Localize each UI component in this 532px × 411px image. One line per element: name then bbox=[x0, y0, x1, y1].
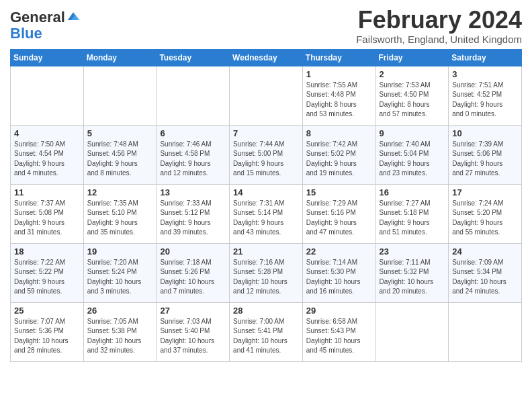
day-number: 4 bbox=[14, 128, 80, 138]
day-info: Sunrise: 7:51 AM Sunset: 4:52 PM Dayligh… bbox=[452, 81, 518, 120]
day-number: 20 bbox=[160, 246, 226, 257]
day-info: Sunrise: 7:20 AM Sunset: 5:24 PM Dayligh… bbox=[87, 258, 153, 297]
calendar-cell bbox=[11, 66, 84, 125]
day-header-thursday: Thursday bbox=[302, 49, 375, 66]
calendar-cell: 6Sunrise: 7:46 AM Sunset: 4:58 PM Daylig… bbox=[157, 125, 230, 184]
day-number: 16 bbox=[380, 187, 445, 197]
day-info: Sunrise: 7:18 AM Sunset: 5:26 PM Dayligh… bbox=[160, 258, 226, 297]
day-header-tuesday: Tuesday bbox=[157, 49, 230, 66]
calendar-cell: 15Sunrise: 7:29 AM Sunset: 5:16 PM Dayli… bbox=[302, 184, 375, 243]
calendar-cell bbox=[375, 302, 449, 361]
day-info: Sunrise: 7:35 AM Sunset: 5:10 PM Dayligh… bbox=[87, 199, 153, 238]
day-number: 22 bbox=[306, 246, 372, 257]
day-number: 8 bbox=[306, 128, 372, 138]
day-number: 28 bbox=[233, 306, 299, 316]
calendar-cell bbox=[449, 302, 522, 361]
calendar-cell: 17Sunrise: 7:24 AM Sunset: 5:20 PM Dayli… bbox=[449, 184, 522, 243]
day-header-sunday: Sunday bbox=[11, 49, 84, 66]
day-number: 15 bbox=[306, 187, 372, 197]
calendar-cell: 23Sunrise: 7:11 AM Sunset: 5:32 PM Dayli… bbox=[375, 243, 449, 302]
day-number: 27 bbox=[160, 306, 226, 316]
logo: General Blue bbox=[10, 9, 80, 42]
week-row-4: 18Sunrise: 7:22 AM Sunset: 5:22 PM Dayli… bbox=[11, 243, 522, 302]
day-info: Sunrise: 7:55 AM Sunset: 4:48 PM Dayligh… bbox=[306, 81, 372, 120]
day-number: 1 bbox=[306, 69, 372, 79]
calendar-cell: 19Sunrise: 7:20 AM Sunset: 5:24 PM Dayli… bbox=[83, 243, 157, 302]
day-info: Sunrise: 7:07 AM Sunset: 5:36 PM Dayligh… bbox=[14, 317, 80, 356]
day-info: Sunrise: 7:09 AM Sunset: 5:34 PM Dayligh… bbox=[452, 258, 518, 297]
calendar-cell: 21Sunrise: 7:16 AM Sunset: 5:28 PM Dayli… bbox=[230, 243, 303, 302]
week-row-5: 25Sunrise: 7:07 AM Sunset: 5:36 PM Dayli… bbox=[11, 302, 522, 361]
day-number: 14 bbox=[233, 187, 299, 197]
calendar-header-row: SundayMondayTuesdayWednesdayThursdayFrid… bbox=[11, 49, 522, 66]
day-info: Sunrise: 7:48 AM Sunset: 4:56 PM Dayligh… bbox=[87, 140, 153, 179]
month-title: February 2024 bbox=[356, 7, 522, 34]
calendar-table: SundayMondayTuesdayWednesdayThursdayFrid… bbox=[10, 49, 522, 362]
day-info: Sunrise: 7:42 AM Sunset: 5:02 PM Dayligh… bbox=[306, 140, 372, 179]
calendar-cell: 4Sunrise: 7:50 AM Sunset: 4:54 PM Daylig… bbox=[11, 125, 84, 184]
header: General Blue February 2024 Failsworth, E… bbox=[10, 7, 522, 45]
calendar-body: 1Sunrise: 7:55 AM Sunset: 4:48 PM Daylig… bbox=[11, 66, 522, 361]
day-info: Sunrise: 7:16 AM Sunset: 5:28 PM Dayligh… bbox=[233, 258, 299, 297]
day-number: 19 bbox=[87, 246, 153, 257]
calendar-cell: 12Sunrise: 7:35 AM Sunset: 5:10 PM Dayli… bbox=[83, 184, 157, 243]
calendar-cell: 18Sunrise: 7:22 AM Sunset: 5:22 PM Dayli… bbox=[11, 243, 84, 302]
day-number: 7 bbox=[233, 128, 299, 138]
day-number: 6 bbox=[160, 128, 226, 138]
calendar-cell: 9Sunrise: 7:40 AM Sunset: 5:04 PM Daylig… bbox=[375, 125, 449, 184]
day-header-monday: Monday bbox=[83, 49, 157, 66]
location: Failsworth, England, United Kingdom bbox=[356, 34, 522, 45]
day-number: 21 bbox=[233, 246, 299, 257]
day-info: Sunrise: 7:00 AM Sunset: 5:41 PM Dayligh… bbox=[233, 317, 299, 356]
logo-text-line1: General bbox=[10, 9, 65, 26]
calendar-cell: 16Sunrise: 7:27 AM Sunset: 5:18 PM Dayli… bbox=[375, 184, 449, 243]
day-info: Sunrise: 6:58 AM Sunset: 5:43 PM Dayligh… bbox=[306, 317, 372, 356]
day-info: Sunrise: 7:33 AM Sunset: 5:12 PM Dayligh… bbox=[160, 199, 226, 238]
calendar-cell bbox=[83, 66, 157, 125]
calendar-cell: 7Sunrise: 7:44 AM Sunset: 5:00 PM Daylig… bbox=[230, 125, 303, 184]
day-number: 3 bbox=[452, 69, 518, 79]
day-number: 13 bbox=[160, 187, 226, 197]
day-info: Sunrise: 7:50 AM Sunset: 4:54 PM Dayligh… bbox=[14, 140, 80, 179]
day-number: 23 bbox=[380, 246, 445, 257]
calendar-cell: 10Sunrise: 7:39 AM Sunset: 5:06 PM Dayli… bbox=[449, 125, 522, 184]
day-info: Sunrise: 7:24 AM Sunset: 5:20 PM Dayligh… bbox=[452, 199, 518, 238]
day-number: 18 bbox=[14, 246, 80, 257]
day-info: Sunrise: 7:29 AM Sunset: 5:16 PM Dayligh… bbox=[306, 199, 372, 238]
title-area: February 2024 Failsworth, England, Unite… bbox=[356, 7, 522, 45]
calendar-cell: 28Sunrise: 7:00 AM Sunset: 5:41 PM Dayli… bbox=[230, 302, 303, 361]
day-number: 24 bbox=[452, 246, 518, 257]
week-row-2: 4Sunrise: 7:50 AM Sunset: 4:54 PM Daylig… bbox=[11, 125, 522, 184]
day-info: Sunrise: 7:22 AM Sunset: 5:22 PM Dayligh… bbox=[14, 258, 80, 297]
day-info: Sunrise: 7:53 AM Sunset: 4:50 PM Dayligh… bbox=[380, 81, 445, 120]
calendar-cell: 27Sunrise: 7:03 AM Sunset: 5:40 PM Dayli… bbox=[157, 302, 230, 361]
calendar-cell: 1Sunrise: 7:55 AM Sunset: 4:48 PM Daylig… bbox=[302, 66, 375, 125]
week-row-1: 1Sunrise: 7:55 AM Sunset: 4:48 PM Daylig… bbox=[11, 66, 522, 125]
calendar-cell: 3Sunrise: 7:51 AM Sunset: 4:52 PM Daylig… bbox=[449, 66, 522, 125]
day-number: 26 bbox=[87, 306, 153, 316]
calendar-cell: 8Sunrise: 7:42 AM Sunset: 5:02 PM Daylig… bbox=[302, 125, 375, 184]
calendar-cell: 22Sunrise: 7:14 AM Sunset: 5:30 PM Dayli… bbox=[302, 243, 375, 302]
week-row-3: 11Sunrise: 7:37 AM Sunset: 5:08 PM Dayli… bbox=[11, 184, 522, 243]
day-number: 2 bbox=[380, 69, 445, 79]
logo-icon bbox=[66, 10, 80, 24]
calendar-cell: 14Sunrise: 7:31 AM Sunset: 5:14 PM Dayli… bbox=[230, 184, 303, 243]
day-number: 5 bbox=[87, 128, 153, 138]
calendar-cell: 2Sunrise: 7:53 AM Sunset: 4:50 PM Daylig… bbox=[375, 66, 449, 125]
day-number: 17 bbox=[452, 187, 518, 197]
calendar-cell: 11Sunrise: 7:37 AM Sunset: 5:08 PM Dayli… bbox=[11, 184, 84, 243]
day-info: Sunrise: 7:40 AM Sunset: 5:04 PM Dayligh… bbox=[380, 140, 445, 179]
day-info: Sunrise: 7:03 AM Sunset: 5:40 PM Dayligh… bbox=[160, 317, 226, 356]
calendar-cell: 13Sunrise: 7:33 AM Sunset: 5:12 PM Dayli… bbox=[157, 184, 230, 243]
day-info: Sunrise: 7:27 AM Sunset: 5:18 PM Dayligh… bbox=[380, 199, 445, 238]
day-info: Sunrise: 7:31 AM Sunset: 5:14 PM Dayligh… bbox=[233, 199, 299, 238]
day-number: 25 bbox=[14, 306, 80, 316]
day-number: 9 bbox=[380, 128, 445, 138]
day-info: Sunrise: 7:05 AM Sunset: 5:38 PM Dayligh… bbox=[87, 317, 153, 356]
day-number: 29 bbox=[306, 306, 372, 316]
day-number: 12 bbox=[87, 187, 153, 197]
calendar-cell: 5Sunrise: 7:48 AM Sunset: 4:56 PM Daylig… bbox=[83, 125, 157, 184]
calendar-cell: 26Sunrise: 7:05 AM Sunset: 5:38 PM Dayli… bbox=[83, 302, 157, 361]
calendar-cell bbox=[157, 66, 230, 125]
day-info: Sunrise: 7:39 AM Sunset: 5:06 PM Dayligh… bbox=[452, 140, 518, 179]
